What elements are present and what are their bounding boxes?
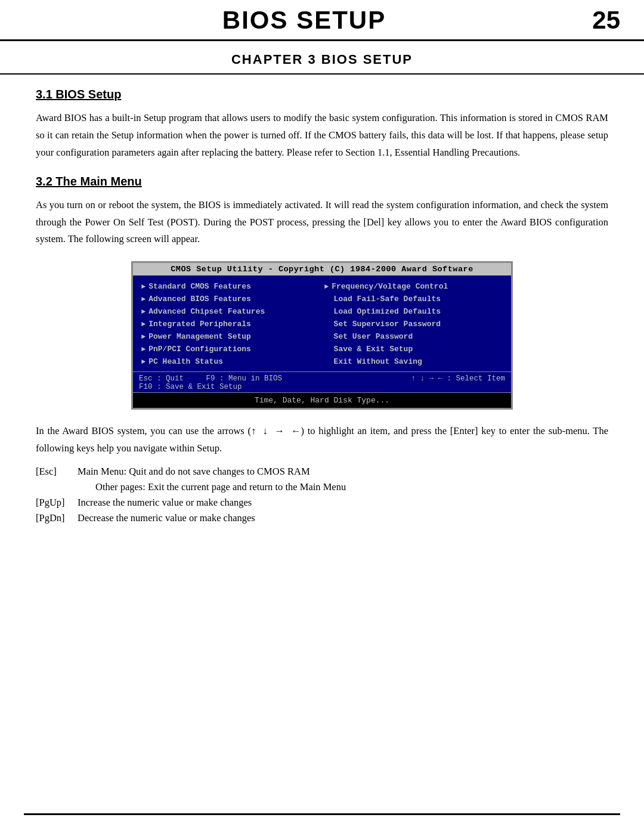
bios-right-item-5: Save & Exit Setup <box>324 343 503 355</box>
bios-arrow-icon-4: ► <box>141 333 145 341</box>
nav-sub-desc-esc: Other pages: Exit the current page and r… <box>95 481 608 493</box>
bios-right-item-4: Set User Password <box>324 330 503 343</box>
nav-sub-indent <box>36 481 95 493</box>
bios-arrow-icon-6: ► <box>141 358 145 366</box>
page-container: BIOS SETUP 25 CHAPTER 3 BIOS SETUP 3.1 B… <box>0 0 644 833</box>
bios-screen-wrapper: CMOS Setup Utility - Copyright (C) 1984-… <box>36 261 608 410</box>
page-number: 25 <box>584 6 620 35</box>
bios-left-item-0: ► Standard CMOS Features <box>141 280 320 293</box>
nav-desc-esc: Main Menu: Quit and do not save changes … <box>78 466 608 478</box>
bios-footer-line2: F10 : Save & Exit Setup <box>139 383 505 391</box>
nav-key-esc: [Esc] <box>36 466 78 478</box>
bios-right-item-0: ► Frequency/Voltage Control <box>324 280 503 293</box>
bios-right-text-5: Save & Exit Setup <box>324 345 413 354</box>
nav-list: [Esc] Main Menu: Quit and do not save ch… <box>36 466 608 524</box>
bios-arrow-icon-1: ► <box>141 295 145 304</box>
nav-row-pgdn: [PgDn] Decrease the numeric value or mak… <box>36 512 608 524</box>
bios-footer: Esc : Quit F9 : Menu in BIOS ↑ ↓ → ← : S… <box>133 371 511 392</box>
page-header: BIOS SETUP 25 <box>0 0 644 41</box>
bios-left-item-3: ► Integrated Peripherals <box>141 318 320 330</box>
bios-screen: CMOS Setup Utility - Copyright (C) 1984-… <box>131 261 513 410</box>
nav-desc-pgdn: Decrease the numeric value or make chang… <box>78 512 608 524</box>
bios-right-arrow-icon-0: ► <box>324 283 329 291</box>
bios-hint: Time, Date, Hard Disk Type... <box>133 392 511 408</box>
bios-arrow-icon-2: ► <box>141 308 145 316</box>
bios-footer-esc: Esc : Quit F9 : Menu in BIOS <box>139 374 282 383</box>
bios-right-text-4: Set User Password <box>324 332 413 341</box>
bios-menu-area: ► Standard CMOS Features ► Advanced BIOS… <box>133 275 511 371</box>
bios-right-item-3: Set Supervisor Password <box>324 318 503 330</box>
bios-left-item-6: ► PC Health Status <box>141 355 320 368</box>
bios-left-item-4: ► Power Management Setup <box>141 330 320 343</box>
section-31-para: Award BIOS has a built-in Setup program … <box>36 110 608 162</box>
bios-left-text-4: Power Management Setup <box>148 332 251 341</box>
bios-arrow-icon-5: ► <box>141 345 145 354</box>
bios-left-text-1: Advanced BIOS Features <box>148 295 251 304</box>
bios-right-text-0: Frequency/Voltage Control <box>332 282 448 291</box>
bios-right-text-1: Load Fail-Safe Defaults <box>324 295 441 304</box>
bios-left-item-2: ► Advanced Chipset Features <box>141 305 320 318</box>
bios-left-text-0: Standard CMOS Features <box>148 282 251 291</box>
nav-row-pgup: [PgUp] Increase the numeric value or mak… <box>36 497 608 509</box>
page-footer-rule <box>24 813 620 815</box>
bios-right-item-1: Load Fail-Safe Defaults <box>324 293 503 305</box>
bios-left-text-2: Advanced Chipset Features <box>148 307 265 316</box>
nav-desc-pgup: Increase the numeric value or make chang… <box>78 497 608 509</box>
bios-right-item-6: Exit Without Saving <box>324 355 503 368</box>
bios-left-col: ► Standard CMOS Features ► Advanced BIOS… <box>139 280 322 368</box>
content-area: 3.1 BIOS Setup Award BIOS has a built-in… <box>0 88 644 524</box>
bios-left-text-6: PC Health Status <box>148 357 223 366</box>
bios-right-text-6: Exit Without Saving <box>324 357 422 366</box>
nav-row-esc: [Esc] Main Menu: Quit and do not save ch… <box>36 466 608 478</box>
bios-title-bar: CMOS Setup Utility - Copyright (C) 1984-… <box>133 263 511 275</box>
bios-arrow-icon-3: ► <box>141 320 145 329</box>
bios-arrow-icon-0: ► <box>141 283 145 291</box>
chapter-heading: CHAPTER 3 BIOS SETUP <box>0 41 644 75</box>
nav-sub-row-esc: Other pages: Exit the current page and r… <box>36 481 608 493</box>
bios-right-text-3: Set Supervisor Password <box>324 320 441 329</box>
bios-left-text-3: Integrated Peripherals <box>148 320 251 329</box>
section-31-heading: 3.1 BIOS Setup <box>36 88 608 101</box>
bios-footer-arrows: ↑ ↓ → ← : Select Item <box>411 374 505 383</box>
section-32-para: As you turn on or reboot the system, the… <box>36 197 608 249</box>
after-screen-para: In the Award BIOS system, you can use th… <box>36 423 608 457</box>
bios-left-item-5: ► PnP/PCI Configurations <box>141 343 320 355</box>
bios-footer-line1: Esc : Quit F9 : Menu in BIOS ↑ ↓ → ← : S… <box>139 374 505 383</box>
bios-right-col: ► Frequency/Voltage Control Load Fail-Sa… <box>322 280 505 368</box>
bios-left-text-5: PnP/PCI Configurations <box>148 345 251 354</box>
bios-left-item-1: ► Advanced BIOS Features <box>141 293 320 305</box>
bios-right-item-2: Load Optimized Defaults <box>324 305 503 318</box>
nav-key-pgup: [PgUp] <box>36 497 78 509</box>
bios-right-text-2: Load Optimized Defaults <box>324 307 441 316</box>
section-32-heading: 3.2 The Main Menu <box>36 175 608 188</box>
header-title: BIOS SETUP <box>24 6 584 35</box>
nav-key-pgdn: [PgDn] <box>36 512 78 524</box>
